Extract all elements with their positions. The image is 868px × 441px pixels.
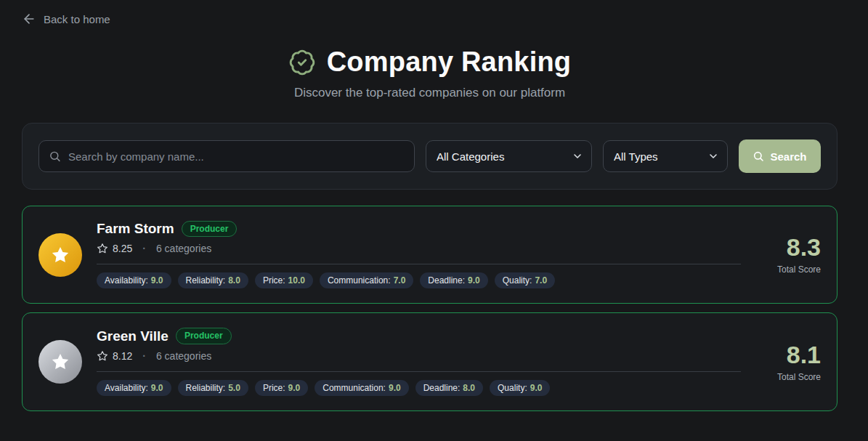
score-chips: Availability:9.0 Reliability:8.0 Price:1… <box>97 272 741 288</box>
company-categories-count: 6 categories <box>156 243 211 254</box>
back-to-home-label: Back to home <box>44 13 110 25</box>
search-box <box>38 140 415 172</box>
company-rating: 8.25 <box>113 243 132 254</box>
divider <box>97 264 741 264</box>
divider <box>97 371 741 372</box>
score-chip: Quality:7.0 <box>495 272 555 288</box>
score-chip: Availability:9.0 <box>97 380 171 396</box>
dot-separator: · <box>142 350 146 362</box>
category-select-wrap: All Categories <box>426 140 592 172</box>
page-title: Company Ranking <box>327 46 572 78</box>
company-name: Farm Storm <box>97 221 174 237</box>
search-button-label: Search <box>770 150 806 163</box>
type-select[interactable]: All Types <box>603 140 728 172</box>
score-chip: Communication:7.0 <box>320 272 413 288</box>
company-rating: 8.12 <box>113 350 132 362</box>
score-chips: Availability:9.0 Reliability:5.0 Price:9… <box>97 380 741 396</box>
company-card-main: Green Ville Producer 8.12 · 6 categories… <box>97 328 741 395</box>
total-score-block: 8.1 Total Score <box>764 342 821 382</box>
page-container: Back to home Company Ranking Discover th… <box>22 0 837 411</box>
score-chip: Deadline:9.0 <box>420 272 487 288</box>
filter-panel: All Categories All Types Search <box>22 123 837 190</box>
dot-separator: · <box>142 243 146 254</box>
score-chip: Price:9.0 <box>255 380 308 396</box>
score-chip: Quality:9.0 <box>490 380 550 396</box>
rank-medal-avatar <box>38 340 82 384</box>
total-score-value: 8.1 <box>764 342 821 367</box>
badge-check-icon <box>288 49 316 76</box>
total-score-label: Total Score <box>764 264 821 275</box>
total-score-block: 8.3 Total Score <box>764 235 821 275</box>
back-to-home-link[interactable]: Back to home <box>22 12 110 26</box>
company-card[interactable]: Green Ville Producer 8.12 · 6 categories… <box>22 312 837 410</box>
score-chip: Deadline:8.0 <box>415 380 483 396</box>
search-input[interactable] <box>38 140 415 172</box>
page-title-row: Company Ranking <box>22 46 837 78</box>
company-card-main: Farm Storm Producer 8.25 · 6 categories … <box>97 221 741 288</box>
star-outline-icon <box>97 243 108 254</box>
score-chip: Reliability:5.0 <box>178 380 248 396</box>
company-rating-row: 8.25 · 6 categories <box>97 243 741 254</box>
total-score-value: 8.3 <box>764 235 821 259</box>
score-chip: Price:10.0 <box>255 272 313 288</box>
score-chip: Availability:9.0 <box>97 272 171 288</box>
company-type-badge: Producer <box>182 221 238 237</box>
arrow-left-icon <box>22 12 36 26</box>
type-select-wrap: All Types <box>603 140 728 172</box>
search-button[interactable]: Search <box>739 139 821 173</box>
star-icon <box>50 245 70 265</box>
company-rating-row: 8.12 · 6 categories <box>97 350 741 362</box>
page-subtitle: Discover the top-rated companies on our … <box>22 86 837 100</box>
company-type-badge: Producer <box>176 328 232 344</box>
category-select[interactable]: All Categories <box>426 140 592 172</box>
rank-medal-avatar <box>38 233 82 277</box>
company-card[interactable]: Farm Storm Producer 8.25 · 6 categories … <box>22 206 837 304</box>
score-chip: Reliability:8.0 <box>178 272 248 288</box>
total-score-label: Total Score <box>764 372 821 382</box>
star-icon <box>50 352 70 372</box>
company-categories-count: 6 categories <box>156 350 211 362</box>
star-outline-icon <box>97 350 108 362</box>
search-icon <box>753 150 764 162</box>
score-chip: Communication:9.0 <box>315 380 408 396</box>
company-name: Green Ville <box>97 328 169 344</box>
